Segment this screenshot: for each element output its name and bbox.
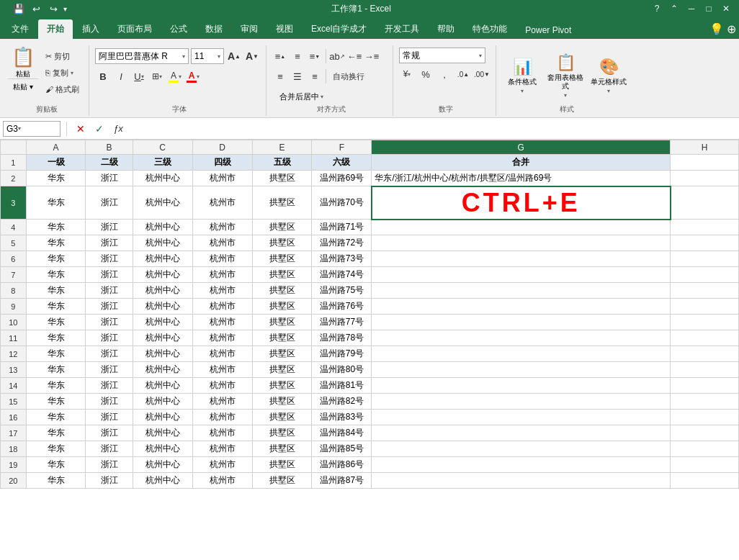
- dropdown-arrow-qa[interactable]: ▾: [63, 5, 67, 13]
- table-cell[interactable]: [372, 346, 671, 362]
- table-cell[interactable]: 杭州市: [192, 267, 252, 283]
- tab-view[interactable]: 视图: [267, 19, 302, 39]
- table-cell[interactable]: [372, 425, 671, 441]
- share-icon[interactable]: ⊕: [727, 22, 736, 36]
- table-cell[interactable]: 华东: [26, 299, 86, 315]
- table-cell[interactable]: 四级: [192, 155, 252, 171]
- table-cell[interactable]: 杭州市: [192, 346, 252, 362]
- table-cell[interactable]: 杭州中心: [133, 410, 192, 425]
- row-number[interactable]: 2: [1, 171, 27, 186]
- tab-file[interactable]: 文件: [3, 19, 37, 39]
- table-cell[interactable]: 杭州中心: [133, 267, 192, 283]
- table-cell[interactable]: 浙江: [86, 315, 133, 330]
- table-cell[interactable]: 杭州中心: [133, 346, 192, 362]
- decrease-decimal-button[interactable]: .00▼: [474, 66, 490, 82]
- align-middle-button[interactable]: ≡: [290, 48, 305, 64]
- table-cell[interactable]: [671, 283, 739, 299]
- format-painter-button[interactable]: 🖌 格式刷: [42, 81, 83, 97]
- table-cell[interactable]: 杭州中心: [133, 315, 192, 330]
- table-cell[interactable]: [372, 267, 671, 283]
- table-cell[interactable]: 华东: [26, 330, 86, 346]
- table-cell[interactable]: [671, 346, 739, 362]
- align-left-button[interactable]: ≡: [272, 68, 288, 84]
- table-cell[interactable]: 杭州中心: [133, 186, 192, 220]
- auto-wrap-button[interactable]: 自动换行: [329, 68, 387, 84]
- tab-layout[interactable]: 页面布局: [109, 19, 161, 39]
- table-cell[interactable]: 浙江: [86, 425, 133, 441]
- undo-quick-btn[interactable]: ↩: [29, 1, 43, 16]
- table-cell[interactable]: [671, 362, 739, 378]
- col-header-B[interactable]: B: [86, 140, 133, 155]
- col-header-H[interactable]: H: [671, 140, 739, 155]
- table-cell[interactable]: [671, 457, 739, 473]
- table-cell[interactable]: 温州路80号: [312, 362, 372, 378]
- close-btn[interactable]: ✕: [719, 1, 733, 16]
- border-button[interactable]: ⊞▾: [149, 68, 165, 84]
- table-cell[interactable]: [372, 251, 671, 267]
- table-cell[interactable]: 浙江: [86, 186, 133, 220]
- table-cell[interactable]: 杭州市: [192, 394, 252, 410]
- col-header-G[interactable]: G: [372, 140, 671, 155]
- table-cell[interactable]: 三级: [133, 155, 192, 171]
- table-cell[interactable]: [372, 378, 671, 394]
- table-cell[interactable]: [671, 473, 739, 489]
- table-cell[interactable]: 杭州中心: [133, 441, 192, 457]
- table-cell[interactable]: [372, 457, 671, 473]
- paste-dropdown[interactable]: 粘贴 ▾: [7, 78, 39, 96]
- table-cell[interactable]: 浙江: [86, 220, 133, 235]
- table-cell[interactable]: [671, 378, 739, 394]
- row-number[interactable]: 11: [1, 330, 27, 346]
- table-cell[interactable]: [671, 267, 739, 283]
- cancel-formula-btn[interactable]: ✕: [73, 121, 89, 137]
- table-cell[interactable]: [671, 155, 739, 171]
- table-cell[interactable]: 杭州市: [192, 410, 252, 425]
- table-cell[interactable]: CTRL+E: [372, 186, 671, 220]
- row-number[interactable]: 14: [1, 378, 27, 394]
- table-cell[interactable]: 浙江: [86, 473, 133, 489]
- table-cell[interactable]: 华东: [26, 171, 86, 186]
- table-cell[interactable]: 杭州市: [192, 220, 252, 235]
- table-cell[interactable]: 杭州市: [192, 299, 252, 315]
- row-number[interactable]: 5: [1, 235, 27, 251]
- table-cell[interactable]: 拱墅区: [252, 378, 312, 394]
- copy-button[interactable]: ⎘ 复制 ▾: [42, 65, 83, 81]
- table-cell[interactable]: 杭州市: [192, 283, 252, 299]
- table-cell[interactable]: 杭州中心: [133, 251, 192, 267]
- table-cell[interactable]: 浙江: [86, 299, 133, 315]
- table-cell[interactable]: 浙江: [86, 251, 133, 267]
- row-number[interactable]: 8: [1, 283, 27, 299]
- row-number[interactable]: 19: [1, 457, 27, 473]
- italic-button[interactable]: I: [113, 68, 129, 84]
- table-cell[interactable]: 温州路78号: [312, 330, 372, 346]
- table-cell[interactable]: 杭州市: [192, 315, 252, 330]
- table-cell[interactable]: 拱墅区: [252, 425, 312, 441]
- tab-powerpivot[interactable]: Power Pivot: [516, 22, 580, 39]
- underline-button[interactable]: U ▾: [131, 68, 147, 84]
- table-cell[interactable]: 华东: [26, 235, 86, 251]
- table-cell[interactable]: 拱墅区: [252, 220, 312, 235]
- table-cell[interactable]: 浙江: [86, 283, 133, 299]
- font-name-selector[interactable]: 阿里巴巴普惠体 R ▾: [95, 48, 189, 64]
- align-bottom-button[interactable]: ≡▼: [307, 48, 323, 64]
- row-number[interactable]: 3: [1, 186, 27, 220]
- table-cell[interactable]: 温州路76号: [312, 299, 372, 315]
- table-cell[interactable]: 华东: [26, 441, 86, 457]
- number-format-selector[interactable]: 常规 ▾: [399, 48, 485, 63]
- table-cell[interactable]: 拱墅区: [252, 171, 312, 186]
- tab-insert[interactable]: 插入: [73, 19, 108, 39]
- table-cell[interactable]: 拱墅区: [252, 410, 312, 425]
- table-cell[interactable]: 六级: [312, 155, 372, 171]
- table-cell[interactable]: 浙江: [86, 346, 133, 362]
- formula-input[interactable]: [129, 121, 736, 137]
- table-cell[interactable]: [671, 441, 739, 457]
- tab-data[interactable]: 数据: [197, 19, 231, 39]
- table-cell[interactable]: 温州路74号: [312, 267, 372, 283]
- row-number[interactable]: 12: [1, 346, 27, 362]
- table-cell[interactable]: 杭州中心: [133, 283, 192, 299]
- table-cell[interactable]: 温州路87号: [312, 473, 372, 489]
- table-cell[interactable]: 杭州市: [192, 457, 252, 473]
- conditional-format-button[interactable]: 📊 条件格式 ▾: [502, 50, 542, 101]
- table-cell[interactable]: [372, 441, 671, 457]
- row-number[interactable]: 6: [1, 251, 27, 267]
- table-cell[interactable]: 华东: [26, 394, 86, 410]
